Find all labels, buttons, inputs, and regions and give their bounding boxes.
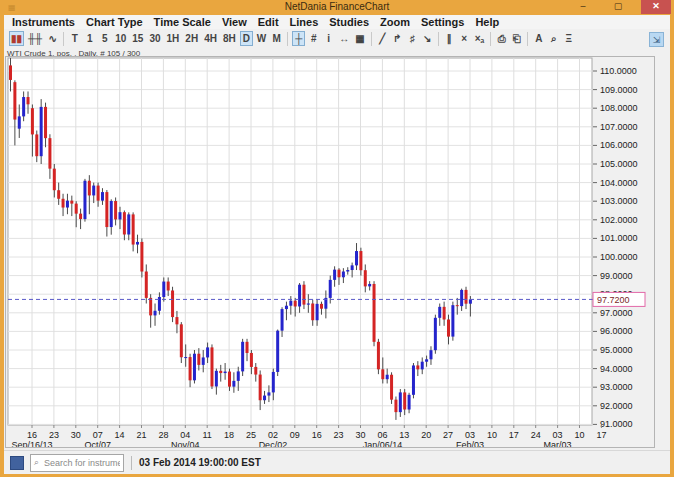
y-tick-label: 97.0000 <box>600 308 633 318</box>
candle-body <box>70 201 73 204</box>
candle-body <box>272 372 275 392</box>
menu-time-scale[interactable]: Time Scale <box>154 16 211 28</box>
toolbar-separator <box>527 32 528 46</box>
search-input[interactable] <box>42 457 122 469</box>
y-tick-label: 106.0000 <box>600 140 638 150</box>
candle-body <box>184 357 187 358</box>
candle-body <box>215 371 218 387</box>
candle-body <box>403 392 406 409</box>
timescale-daily-button[interactable]: D <box>240 31 253 46</box>
candle-body <box>399 392 402 412</box>
candle-body <box>281 309 284 331</box>
candle-body <box>175 317 178 324</box>
trendline-icon[interactable]: ╱ <box>376 31 389 46</box>
delete-line-icon[interactable]: × <box>458 31 471 46</box>
x-week-label: 27 <box>443 430 453 440</box>
candlestick-chart-button[interactable]: ▮▮ <box>9 31 24 46</box>
candle-body <box>206 347 209 357</box>
candle-body <box>224 372 227 373</box>
print-preview-icon[interactable]: ⎗ <box>510 31 523 46</box>
candle-body <box>140 242 143 272</box>
toolbar-separator <box>371 32 372 46</box>
chart-panel: 91.000092.000093.000094.000095.000096.00… <box>5 56 655 448</box>
ohlc-bars-chart-button[interactable]: ╫╫ <box>26 31 44 46</box>
menu-edit[interactable]: Edit <box>258 16 279 28</box>
menu-settings[interactable]: Settings <box>421 16 464 28</box>
timescale-1h-button[interactable]: 1H <box>165 31 182 46</box>
print-icon[interactable]: ⎙ <box>495 31 508 46</box>
close-button[interactable]: ✕ <box>641 0 671 14</box>
maximize-button[interactable]: ▢ <box>607 0 629 14</box>
candle-body <box>105 192 108 227</box>
candle-body <box>294 301 297 307</box>
candle-body <box>346 270 349 271</box>
candle-body <box>359 251 362 270</box>
candle-body <box>377 342 380 370</box>
timescale-8h-button[interactable]: 8H <box>221 31 238 46</box>
arrow-line-icon[interactable]: ↱ <box>391 31 404 46</box>
connection-status-icon <box>10 456 24 470</box>
duplicate-line-icon[interactable]: ∥ <box>443 31 456 46</box>
timescale-weekly-button[interactable]: W <box>255 31 268 46</box>
timescale-4h-button[interactable]: 4H <box>202 31 219 46</box>
parallel-channel-icon[interactable]: ♯ <box>406 31 419 46</box>
chart-values-icon[interactable]: ▦ <box>353 31 366 46</box>
candlestick-chart[interactable]: 91.000092.000093.000094.000095.000096.00… <box>6 57 654 447</box>
candle-body <box>267 392 270 395</box>
y-tick-label: 91.0000 <box>600 419 633 429</box>
app-window: ▦ NetDania FinanceChart – ▢ ✕ Instrument… <box>0 0 674 477</box>
panel-toggle-button[interactable]: ⇲ <box>649 32 664 47</box>
pan-icon[interactable]: ↔ <box>337 31 351 46</box>
timescale-monthly-button[interactable]: M <box>270 31 283 46</box>
candle-body <box>88 181 91 196</box>
menu-view[interactable]: View <box>222 16 247 28</box>
magnifier-icon[interactable]: ⌕ <box>547 31 560 46</box>
delete-all-lines-icon[interactable]: ×ₐ <box>473 31 487 46</box>
candle-body <box>75 204 78 214</box>
pitchfork-icon[interactable]: ↘ <box>421 31 434 46</box>
search-box[interactable]: ⌕ <box>30 454 124 472</box>
x-week-label: 20 <box>421 430 431 440</box>
menu-help[interactable]: Help <box>475 16 499 28</box>
title-bar[interactable]: ▦ NetDania FinanceChart – ▢ ✕ <box>0 0 674 15</box>
candle-body <box>27 97 30 104</box>
menu-studies[interactable]: Studies <box>329 16 369 28</box>
candle-body <box>246 342 249 353</box>
levels-icon[interactable]: Ξ <box>562 31 575 46</box>
candle-body <box>408 395 411 410</box>
candle-body <box>390 375 393 400</box>
menu-instruments[interactable]: Instruments <box>12 16 75 28</box>
menu-zoom[interactable]: Zoom <box>380 16 410 28</box>
timescale-10-button[interactable]: 10 <box>113 31 128 46</box>
info-icon[interactable]: i <box>322 31 335 46</box>
menu-chart-type[interactable]: Chart Type <box>86 16 143 28</box>
x-week-label: 14 <box>115 430 125 440</box>
candle-body <box>421 362 424 370</box>
candle-body <box>460 290 463 306</box>
menu-bar: InstrumentsChart TypeTime ScaleViewEditL… <box>4 15 670 29</box>
candle-body <box>412 365 415 394</box>
x-week-label: 17 <box>596 430 606 440</box>
timescale-30-button[interactable]: 30 <box>147 31 162 46</box>
candle-body <box>263 396 266 401</box>
timescale-1-button[interactable]: 1 <box>83 31 96 46</box>
font-icon[interactable]: A <box>532 31 545 46</box>
x-week-label: 04 <box>180 430 190 440</box>
x-week-label: 16 <box>27 430 37 440</box>
timescale-2h-button[interactable]: 2H <box>183 31 200 46</box>
timescale-5-button[interactable]: 5 <box>98 31 111 46</box>
timescale-15-button[interactable]: 15 <box>130 31 145 46</box>
menu-lines[interactable]: Lines <box>290 16 319 28</box>
line-chart-button[interactable]: ∿ <box>46 31 59 46</box>
plot-area[interactable] <box>8 58 592 425</box>
toolbar-separator <box>490 32 491 46</box>
crosshair-icon[interactable]: ┼ <box>292 31 305 46</box>
minimize-button[interactable]: – <box>572 0 594 14</box>
candle-body <box>429 350 432 359</box>
x-week-label: 11 <box>203 430 212 440</box>
grid-icon[interactable]: # <box>307 31 320 46</box>
x-month-label: Mar/03 <box>544 440 572 447</box>
timescale-tick-button[interactable]: T <box>68 31 81 46</box>
candle-body <box>276 331 279 372</box>
toolbar-separator <box>438 32 439 46</box>
